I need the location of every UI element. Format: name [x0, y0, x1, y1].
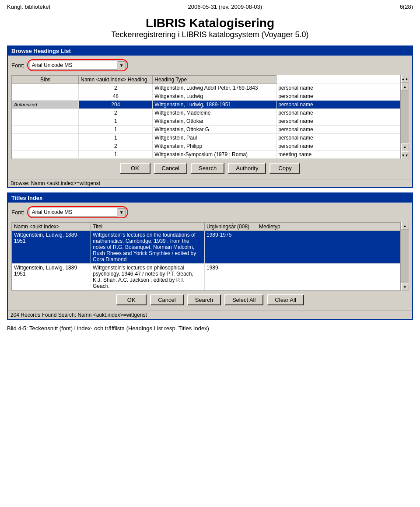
scroll-track[interactable] [401, 91, 409, 143]
type-cell: personal name [276, 134, 400, 142]
browse-status-text: Browse: Namn <aukt.index>=wittgenst [10, 180, 100, 186]
heading-cell: Wittgenstein, Ludwig, 1889-1951 [153, 101, 276, 109]
namn-cell: Wittgenstein, Ludwig, 1889-1951 [12, 231, 91, 264]
titles-col-utgivningsar: Utgivningsår (008) [205, 223, 257, 231]
browse-headings-dialog: Browse Headings List Font: ▼ Bibs Namn <… [7, 45, 413, 188]
browse-cancel-button[interactable]: Cancel [154, 163, 187, 174]
authorized-label-cell [12, 150, 79, 159]
header-center: 2006-05-31 (rev. 2009-08-03) [188, 3, 262, 10]
titles-cancel-button[interactable]: Cancel [150, 294, 183, 305]
titles-status-bar: 204 Records Found Search: Namn <aukt.ind… [8, 311, 412, 319]
browse-font-dropdown-arrow[interactable]: ▼ [118, 61, 126, 69]
utgivningsar-cell: 1989-1975 [205, 231, 257, 264]
bibs-cell: 1 [79, 134, 153, 142]
browse-scrollbar[interactable]: ▲▲ ▲ ▼ ▼▼ [401, 75, 409, 159]
browse-table-row[interactable]: 1Wittgenstein, Ottokar G.personal name [12, 126, 400, 134]
titles-font-select-wrapper: ▼ [27, 206, 128, 218]
heading-cell: Wittgenstein, Philipp [153, 142, 276, 150]
type-cell: personal name [276, 142, 400, 150]
titles-buttons-row: OK Cancel Search Select All Clear All [11, 294, 409, 305]
titles-font-row: Font: ▼ [11, 206, 409, 218]
type-cell: personal name [276, 84, 400, 92]
titles-select-all-button[interactable]: Select All [224, 294, 263, 305]
authorized-label-cell [12, 92, 79, 101]
browse-table-row[interactable]: Authorized204Wittgenstein, Ludwig, 1889-… [12, 101, 400, 109]
browse-table-panel: Bibs Namn <aukt.index> Heading Heading T… [11, 75, 409, 159]
bibs-cell: 48 [79, 92, 153, 101]
scroll-bottom-btn[interactable]: ▼▼ [401, 151, 409, 159]
titles-scroll-down-btn[interactable]: ▼ [401, 283, 409, 291]
browse-ok-button[interactable]: OK [120, 163, 150, 174]
heading-cell: Wittgenstein, Ludwig Adolf Peter, 1769-1… [153, 84, 276, 92]
browse-table-row[interactable]: 48Wittgenstein, Ludwigpersonal name [12, 92, 400, 101]
scroll-up-btn[interactable]: ▲ [401, 83, 409, 91]
browse-table-row[interactable]: 2Wittgenstein, Ludwig Adolf Peter, 1769-… [12, 84, 400, 92]
titles-clear-all-button[interactable]: Clear All [267, 294, 304, 305]
sub-title: Teckenregistrering i LIBRIS katalogsyste… [0, 30, 420, 39]
col-header-heading: Namn <aukt.index> Heading [79, 76, 153, 84]
heading-cell: Wittgenstein, Ottokar [153, 117, 276, 126]
authorized-label-cell [12, 109, 79, 117]
header-left: Kungl. biblioteket [7, 3, 50, 10]
page-title-block: LIBRIS Katalogisering Teckenregistrering… [0, 12, 420, 43]
browse-buttons-row: OK Cancel Search Authority Copy [11, 163, 409, 174]
browse-search-button[interactable]: Search [191, 163, 224, 174]
heading-cell: Wittgenstein, Paul [153, 134, 276, 142]
titles-table: Namn <aukt.index> Titel Utgivningsår (00… [12, 222, 400, 290]
scroll-down-btn[interactable]: ▼ [401, 143, 409, 151]
titles-scroll-track[interactable] [401, 230, 409, 283]
titles-table-panel: Namn <aukt.index> Titel Utgivningsår (00… [11, 222, 409, 291]
titles-table-row[interactable]: Wittgenstein, Ludwig, 1889-1951Wittgenst… [12, 264, 400, 290]
titles-font-input[interactable] [30, 208, 117, 217]
titles-search-button[interactable]: Search [187, 294, 221, 305]
type-cell: meeting name [276, 150, 400, 159]
browse-status-bar: Browse: Namn <aukt.index>=wittgenst [8, 179, 412, 187]
scroll-top-btn[interactable]: ▲▲ [401, 75, 409, 83]
titles-col-medietyp: Medietyp [257, 223, 400, 231]
browse-table-row[interactable]: 2Wittgenstein, Madeleinepersonal name [12, 109, 400, 117]
bibs-cell: 1 [79, 150, 153, 159]
titles-index-dialog: Titles Index Font: ▼ Namn <aukt.index> T… [7, 192, 413, 320]
titles-status-text: 204 Records Found Search: Namn <aukt.ind… [10, 312, 147, 318]
titles-font-dropdown-arrow[interactable]: ▼ [118, 208, 126, 216]
browse-table-row[interactable]: 1Wittgenstein, Ottokarpersonal name [12, 117, 400, 126]
col-header-bibs: Bibs [12, 76, 79, 84]
titles-table-row[interactable]: Wittgenstein, Ludwig, 1889-1951Wittgenst… [12, 231, 400, 264]
col-header-type: Heading Type [153, 76, 276, 84]
authorized-label-cell [12, 142, 79, 150]
titles-font-label: Font: [11, 209, 24, 216]
browse-copy-button[interactable]: Copy [270, 163, 300, 174]
titles-scroll-up-btn[interactable]: ▲ [401, 222, 409, 230]
browse-table: Bibs Namn <aukt.index> Heading Heading T… [12, 75, 400, 159]
authorized-label-cell [12, 126, 79, 134]
bottom-caption: Bild 4-5: Teckensnitt (font) i index- oc… [0, 322, 420, 334]
browse-font-label: Font: [11, 62, 24, 69]
browse-dialog-titlebar: Browse Headings List [8, 46, 412, 56]
type-cell: personal name [276, 117, 400, 126]
authorized-label-cell [12, 134, 79, 142]
browse-authority-button[interactable]: Authority [228, 163, 266, 174]
browse-font-input[interactable] [30, 61, 117, 70]
bibs-cell: 1 [79, 117, 153, 126]
titles-ok-button[interactable]: OK [116, 294, 147, 305]
browse-table-container: Bibs Namn <aukt.index> Heading Heading T… [11, 75, 401, 159]
main-title: LIBRIS Katalogisering [0, 16, 420, 30]
namn-cell: Wittgenstein, Ludwig, 1889-1951 [12, 264, 91, 290]
browse-table-row[interactable]: 1Wittgenstein-Symposium (1979 : Roma)mee… [12, 150, 400, 159]
titles-col-namn: Namn <aukt.index> [12, 223, 91, 231]
browse-table-row[interactable]: 1Wittgenstein, Paulpersonal name [12, 134, 400, 142]
type-cell: personal name [276, 109, 400, 117]
browse-table-row[interactable]: 2Wittgenstein, Philipppersonal name [12, 142, 400, 150]
titles-scrollbar[interactable]: ▲ ▼ [401, 222, 409, 291]
type-cell: personal name [276, 92, 400, 101]
bibs-cell: 2 [79, 142, 153, 150]
bibs-cell: 1 [79, 126, 153, 134]
bibs-cell: 204 [79, 101, 153, 109]
titles-col-titel: Titel [91, 223, 205, 231]
titles-table-container: Namn <aukt.index> Titel Utgivningsår (00… [11, 222, 401, 291]
heading-cell: Wittgenstein, Ottokar G. [153, 126, 276, 134]
medietyp-cell [257, 231, 400, 264]
browse-font-row: Font: ▼ [11, 59, 409, 71]
medietyp-cell [257, 264, 400, 290]
titles-dialog-titlebar: Titles Index [8, 193, 412, 203]
